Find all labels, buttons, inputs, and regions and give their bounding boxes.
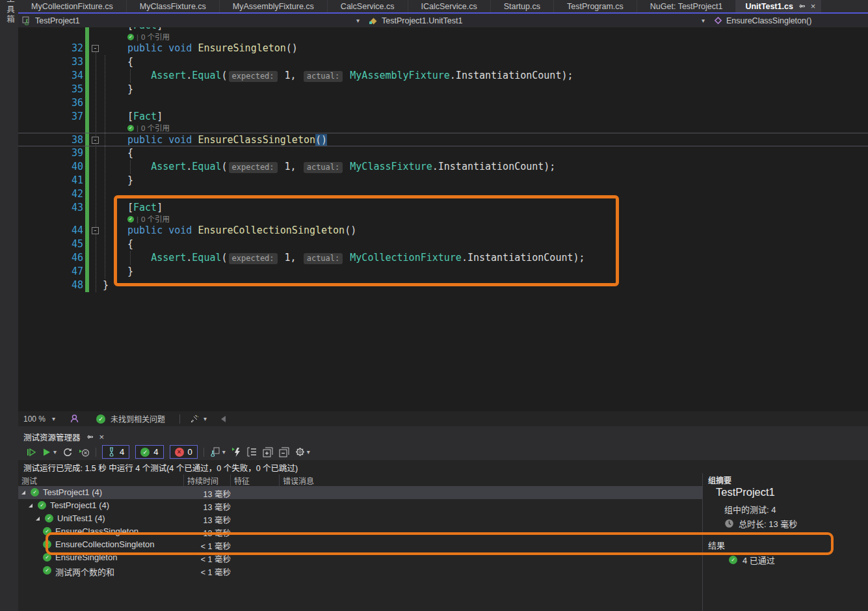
tab-myclassfixture-cs[interactable]: MyClassFixture.cs [127, 0, 220, 12]
code-token: .InstantiationCount); [432, 161, 556, 172]
test-row-EnsureClassSingleton[interactable]: ✓EnsureClassSingleton13 毫秒 [18, 525, 702, 538]
group-by-button[interactable] [247, 447, 257, 457]
collapse-all-button[interactable] [279, 447, 289, 457]
code-line-42[interactable]: 42 [18, 187, 868, 201]
code-line-40[interactable]: 40 Assert.Equal(expected: 1, actual: MyC… [18, 160, 868, 174]
test-row-TestProject1-4-[interactable]: ✓TestProject1 (4)13 毫秒 [18, 499, 702, 512]
code-line-32[interactable]: 32-public void EnsureSingleton() [18, 42, 868, 55]
code-line-34[interactable]: 34 Assert.Equal(expected: 1, actual: MyA… [18, 69, 868, 83]
expander-icon[interactable] [29, 504, 33, 508]
fold-collapse-box[interactable]: - [92, 45, 99, 52]
tab-myassemblyfixture-cs[interactable]: MyAssemblyFixture.cs [220, 0, 328, 12]
code-line-45[interactable]: 45{ [18, 238, 868, 251]
tab-label: Startup.cs [504, 2, 540, 11]
fold-collapse-box[interactable]: - [92, 137, 99, 144]
chevron-down-icon[interactable]: ▾ [52, 415, 55, 422]
failed-tests-counter[interactable]: × 0 [170, 445, 198, 459]
close-icon[interactable]: × [811, 2, 816, 10]
code-line-43[interactable]: 43[Fact] [18, 201, 868, 215]
code-token [163, 224, 168, 236]
repeat-last-run-button[interactable] [62, 447, 73, 457]
run-button[interactable]: ▾ [42, 448, 57, 457]
code-line-35[interactable]: 35} [18, 83, 868, 96]
code-token: EnsureClassSingleton [198, 134, 315, 146]
chevron-down-icon[interactable]: ▾ [307, 448, 310, 455]
divider: | [137, 124, 138, 133]
code-line-37[interactable]: 37[Fact] [18, 110, 868, 124]
expander-icon[interactable] [36, 517, 40, 521]
tab-startup-cs[interactable]: Startup.cs [491, 0, 554, 12]
chevron-down-icon[interactable]: ▾ [222, 448, 226, 455]
code-cleanup-icon[interactable] [189, 414, 200, 424]
parameter-name-hint: expected: [229, 162, 278, 173]
playlist-button[interactable]: ▾ [210, 447, 226, 457]
code-token: public [127, 224, 163, 236]
breadcrumb-type[interactable]: TestProject1.UnitTest1 ▾ [365, 14, 710, 27]
code-line-39[interactable]: 39{ [18, 146, 868, 160]
run-failed-tests-button[interactable] [231, 447, 241, 457]
scroll-left-arrow[interactable] [221, 416, 226, 422]
code-line-48[interactable]: 48} [18, 278, 868, 292]
test-row-测试两个数的和[interactable]: ✓测试两个数的和< 1 毫秒 [18, 564, 702, 577]
tab-unittest1-cs[interactable]: UnitTest1.cs× [736, 0, 821, 12]
code-line-47[interactable]: 47} [18, 265, 868, 278]
chevron-down-icon[interactable]: ▾ [53, 448, 57, 455]
code-line-41[interactable]: 41} [18, 174, 868, 187]
test-row-TestProject1-4-[interactable]: ✓TestProject1 (4)13 毫秒 [18, 486, 702, 499]
test-row-EnsureCollectionSingleton[interactable]: ✓EnsureCollectionSingleton< 1 毫秒 [18, 538, 702, 551]
live-share-icon[interactable] [70, 414, 79, 424]
line-number: 42 [18, 187, 83, 201]
run-all-tests-button[interactable] [26, 447, 36, 457]
chevron-down-icon[interactable]: ▾ [204, 415, 207, 422]
test-row-EnsureSingleton[interactable]: ✓EnsureSingleton< 1 毫秒 [18, 551, 702, 564]
settings-button[interactable]: ▾ [295, 447, 310, 457]
code-token: ( [222, 252, 228, 264]
breadcrumb-member[interactable]: EnsureClassSingleton() [710, 14, 868, 27]
code-line-33[interactable]: 33{ [18, 55, 868, 69]
code-token: Fact [133, 202, 157, 213]
close-icon[interactable]: × [99, 433, 105, 441]
summary-group-title: TestProject1 [716, 486, 775, 498]
panel-splitter[interactable] [18, 426, 868, 429]
code-token: { [127, 147, 133, 159]
tab-icalcservice-cs[interactable]: ICalcService.cs [408, 0, 491, 12]
code-editor[interactable]: [Fact]✓|0 个引用32-public void EnsureSingle… [18, 27, 868, 411]
total-tests-counter[interactable]: 4 [102, 445, 129, 459]
health-message[interactable]: 未找到相关问题 [111, 413, 165, 424]
codelens-references[interactable]: 0 个引用 [141, 124, 170, 133]
tab-calcservice-cs[interactable]: CalcService.cs [328, 0, 408, 12]
code-line-44[interactable]: 44-public void EnsureCollectionSingleton… [18, 224, 868, 238]
fold-collapse-box[interactable]: - [92, 227, 99, 234]
breadcrumb-project[interactable]: TestProject1 ▾ [18, 14, 365, 27]
passed-icon: ✓ [729, 556, 737, 564]
cancel-run-button[interactable] [79, 447, 90, 457]
test-explorer-title[interactable]: 测试资源管理器 [23, 431, 81, 443]
code-token: MyCollectionFixture [350, 252, 462, 264]
codelens-references[interactable]: 0 个引用 [141, 215, 170, 224]
expander-icon[interactable] [21, 491, 25, 495]
code-token: } [103, 279, 109, 291]
passed-tests-counter[interactable]: ✓ 4 [135, 445, 163, 459]
zoom-level-select[interactable]: 100 % [23, 414, 46, 424]
toolbox-vertical-tab[interactable]: 工具箱 [4, 0, 16, 25]
code-line-46[interactable]: 46 Assert.Equal(expected: 1, actual: MyC… [18, 251, 868, 265]
chevron-down-icon[interactable]: ▾ [356, 17, 360, 24]
chevron-down-icon[interactable]: ▾ [702, 17, 705, 24]
column-header-traits[interactable]: 特征 [231, 474, 280, 487]
test-row-UnitTest1-4-[interactable]: ✓UnitTest1 (4)13 毫秒 [18, 512, 702, 525]
expand-all-button[interactable] [263, 447, 273, 457]
code-line-38[interactable]: 38-public void EnsureClassSingleton() [18, 133, 868, 146]
test-explorer-title-bar: 测试资源管理器 × [18, 429, 868, 444]
pin-icon[interactable] [798, 3, 806, 10]
tab-mycollectionfixture-cs[interactable]: MyCollectionFixture.cs [18, 0, 127, 12]
column-header-duration[interactable]: 持续时间 [184, 474, 231, 487]
pin-icon[interactable] [86, 433, 94, 441]
codelens-references[interactable]: 0 个引用 [141, 33, 170, 42]
code-line-36[interactable]: 36 [18, 96, 868, 110]
tab-testprogram-cs[interactable]: TestProgram.cs [554, 0, 637, 12]
summary-passed: ✓ 4 已通过 [729, 554, 775, 566]
tab-nuget-testproject1[interactable]: NuGet: TestProject1 [637, 0, 737, 12]
line-number: 38 [18, 133, 83, 147]
column-header-test[interactable]: 测试 [18, 474, 184, 487]
passed-count: 4 [153, 447, 158, 457]
